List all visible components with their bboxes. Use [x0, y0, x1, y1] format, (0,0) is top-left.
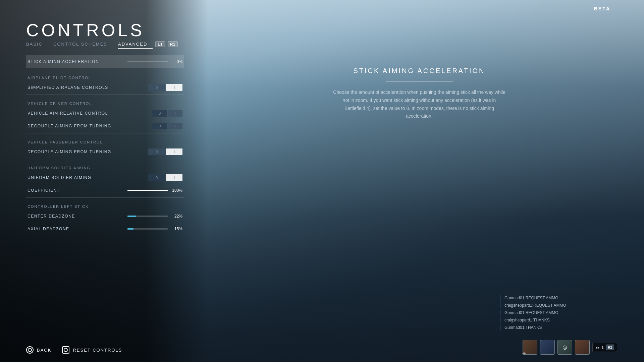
- divider-1: [26, 69, 184, 69]
- simplified-airplane-row[interactable]: SIMPLIFIED AIRPLANE CONTROLS 0 I: [26, 81, 184, 94]
- center-deadzone-fill: [127, 216, 136, 217]
- simplified-airplane-toggle[interactable]: 0 I: [148, 84, 182, 91]
- toggle-on-2[interactable]: I: [168, 123, 182, 129]
- decouple-driver-label: DECOUPLE AIMING FROM TURNING: [28, 124, 152, 128]
- controller-left-label: CONTROLLER LEFT STICK: [28, 204, 182, 208]
- uniform-soldier-section: UNIFORM SOLDIER AIMING: [26, 160, 184, 171]
- stick-aiming-track: [127, 61, 168, 62]
- vehicle-passenger-label: VEHICLE PASSENGER CONTROL: [28, 140, 182, 144]
- coefficient-fill: [127, 190, 168, 191]
- avatar-3: ☺: [557, 340, 572, 355]
- info-panel: STICK AIMING ACCELERATION Choose the amo…: [228, 67, 610, 120]
- crosshair-icon: ✦: [522, 350, 527, 357]
- toggle-on-3[interactable]: I: [166, 148, 182, 155]
- axial-deadzone-row[interactable]: AXIAL DEADZONE 15%: [26, 223, 184, 235]
- axial-deadzone-track: [127, 228, 168, 230]
- back-button[interactable]: BACK: [26, 346, 51, 354]
- vehicle-driver-label: VEHICLE DRIVER CONTROL: [28, 102, 182, 106]
- beta-badge: BETA: [594, 6, 610, 11]
- vehicle-driver-section: VEHICLE DRIVER CONTROL: [26, 96, 184, 107]
- decouple-passenger-label: DECOUPLE AIMING FROM TURNING: [28, 149, 148, 154]
- axial-deadzone-fill: [127, 228, 133, 230]
- bottom-nav: BACK RESET CONTROLS: [26, 346, 122, 354]
- chat-feed: Gunmad01:REQUEST AMMO craigsheppard1:REQ…: [500, 295, 607, 332]
- back-label: BACK: [37, 348, 51, 353]
- axial-deadzone-value: 15%: [170, 227, 182, 231]
- coefficient-value: 100%: [170, 188, 182, 193]
- uniform-soldier-row[interactable]: UNIFORM SOLDIER AIMING 0 I: [26, 171, 184, 184]
- tab-control-schemes[interactable]: CONTROL SCHEMES: [53, 40, 113, 49]
- toggle-on-4[interactable]: I: [166, 174, 182, 181]
- center-deadzone-value: 22%: [170, 214, 182, 219]
- uniform-soldier-label: UNIFORM SOLDIER AIMING: [28, 175, 148, 180]
- chat-item-3: craigsheppard1:THANKS: [500, 317, 607, 323]
- info-title: STICK AIMING ACCELERATION: [228, 67, 610, 75]
- decouple-driver-toggle[interactable]: 0 I: [152, 123, 182, 129]
- divider-3: [26, 133, 184, 133]
- vehicle-aim-row[interactable]: VEHICLE AIM RELATIVE CONTROL 0 I: [26, 107, 184, 120]
- r2-badge[interactable]: R2: [606, 345, 614, 350]
- back-icon: [26, 346, 34, 354]
- decouple-passenger-toggle[interactable]: 0 I: [148, 148, 182, 155]
- airplane-pilot-label: AIRPLANE PILOT CONTROL: [28, 76, 182, 80]
- uniform-soldier-section-label: UNIFORM SOLDIER AIMING: [28, 166, 182, 170]
- player-bar: ☺ ⚏ 1 R2: [523, 340, 617, 355]
- controller-left-section: CONTROLLER LEFT STICK: [26, 198, 184, 210]
- chat-item-0: Gunmad01:REQUEST AMMO: [500, 295, 607, 301]
- player-count-box[interactable]: ⚏ 1 R2: [592, 343, 617, 352]
- info-description: Choose the amount of acceleration when p…: [332, 88, 506, 120]
- divider-5: [26, 197, 184, 198]
- center-deadzone-slider[interactable]: 22%: [127, 214, 182, 219]
- toggle-val-4[interactable]: 0: [148, 174, 165, 181]
- divider-2: [26, 95, 184, 95]
- toggle-val-1[interactable]: 0: [152, 110, 167, 117]
- settings-panel: STICK AIMING ACCELERATION 0% AIRPLANE PI…: [26, 55, 184, 328]
- divider-4: [26, 159, 184, 159]
- uniform-soldier-toggle[interactable]: 0 I: [148, 174, 182, 181]
- axial-deadzone-label: AXIAL DEADZONE: [28, 227, 127, 231]
- decouple-passenger-row[interactable]: DECOUPLE AIMING FROM TURNING 0 I: [26, 145, 184, 158]
- toggle-on-0[interactable]: I: [166, 84, 182, 91]
- decouple-driver-row[interactable]: DECOUPLE AIMING FROM TURNING 0 I: [26, 120, 184, 132]
- chat-item-1: craigsheppard1:REQUEST AMMO: [500, 302, 607, 308]
- airplane-pilot-section: AIRPLANE PILOT CONTROL: [26, 70, 184, 81]
- coefficient-label: COEFFICIENT: [28, 188, 127, 193]
- chat-item-4: Gunmad01:THANKS: [500, 324, 607, 330]
- simplified-airplane-label: SIMPLIFIED AIRPLANE CONTROLS: [28, 85, 148, 90]
- tab-basic[interactable]: BASIC: [26, 40, 48, 49]
- vehicle-passenger-section: VEHICLE PASSENGER CONTROL: [26, 134, 184, 145]
- toggle-val-2[interactable]: 0: [152, 123, 167, 129]
- avatar-4: [575, 340, 590, 355]
- stick-aiming-value: 0%: [170, 59, 182, 64]
- center-deadzone-row[interactable]: CENTER DEADZONE 22%: [26, 210, 184, 223]
- coefficient-row[interactable]: COEFFICIENT 100%: [26, 184, 184, 197]
- stick-aiming-row[interactable]: STICK AIMING ACCELERATION 0%: [26, 55, 184, 68]
- reset-controls-button[interactable]: RESET CONTROLS: [62, 346, 122, 354]
- toggle-val-3[interactable]: 0: [148, 148, 165, 155]
- l1-icon[interactable]: L1: [155, 41, 165, 47]
- center-deadzone-label: CENTER DEADZONE: [28, 214, 127, 219]
- page-title: CONTROLS: [26, 20, 145, 40]
- center-deadzone-track: [127, 216, 168, 217]
- vehicle-aim-label: VEHICLE AIM RELATIVE CONTROL: [28, 111, 152, 116]
- tab-bar: BASIC CONTROL SCHEMES ADVANCED L1 R1: [26, 40, 178, 49]
- avatar-2: [540, 340, 555, 355]
- player-count-icon: ⚏: [595, 345, 599, 350]
- info-divider: [386, 81, 453, 82]
- coefficient-track: [127, 190, 168, 191]
- chat-item-2: Gunmad01:REQUEST AMMO: [500, 310, 607, 316]
- reset-label: RESET CONTROLS: [73, 348, 122, 353]
- reset-icon: [62, 346, 69, 354]
- axial-deadzone-slider[interactable]: 15%: [127, 227, 182, 231]
- tab-advanced[interactable]: ADVANCED: [118, 40, 153, 49]
- toggle-off-0[interactable]: 0: [148, 84, 165, 91]
- toggle-on-1[interactable]: I: [168, 110, 182, 117]
- stick-aiming-label: STICK AIMING ACCELERATION: [28, 59, 127, 64]
- player-count: 1: [601, 345, 604, 350]
- vehicle-aim-toggle[interactable]: 0 I: [152, 110, 182, 117]
- r1-icon[interactable]: R1: [168, 41, 178, 47]
- stick-aiming-slider[interactable]: 0%: [127, 59, 182, 64]
- coefficient-slider[interactable]: 100%: [127, 188, 182, 193]
